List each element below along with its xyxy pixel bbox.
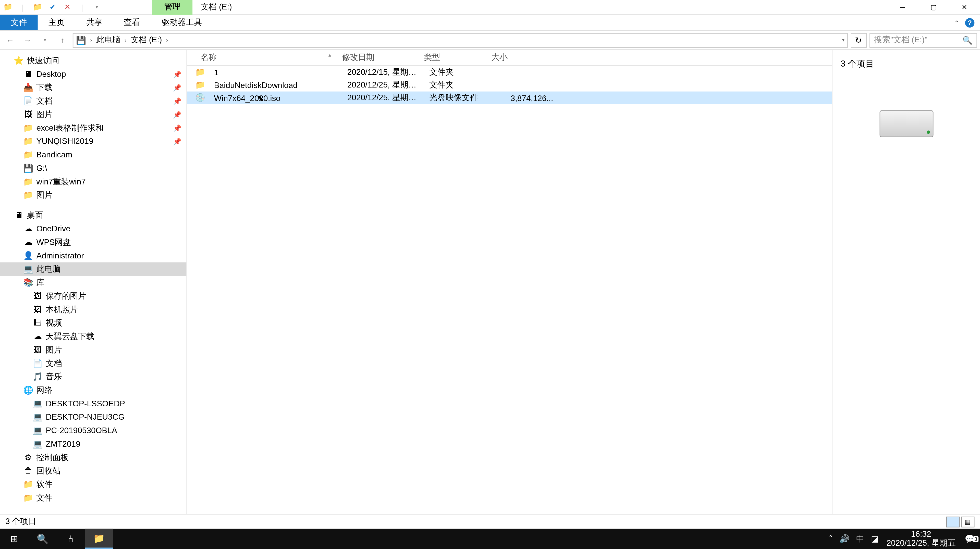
search-icon: 🔍 [963, 35, 973, 44]
tree-library-item[interactable]: 🖼图片 [0, 343, 186, 357]
chevron-right-icon[interactable]: › [88, 37, 95, 43]
file-row[interactable]: 💿Win7x64_2020.iso2020/12/25, 星期五 1...光盘映… [187, 92, 832, 104]
folder-icon[interactable]: 📁 [32, 2, 43, 13]
file-size: 3,874,126... [491, 93, 558, 103]
tree-network-item[interactable]: 💻DESKTOP-NJEU3CG [0, 410, 186, 424]
contextual-tab-management[interactable]: 管理 [152, 0, 192, 14]
address-dropdown-icon[interactable]: ▾ [842, 37, 845, 43]
column-type[interactable]: 类型 [418, 52, 486, 63]
tab-file[interactable]: 文件 [0, 15, 38, 30]
tree-recent-item[interactable]: 📁Bandicam [0, 148, 186, 162]
tab-drive-tools[interactable]: 驱动器工具 [151, 15, 213, 30]
tree-library-item[interactable]: 🎞视频 [0, 316, 186, 330]
qat-check-icon[interactable]: ✔ [47, 2, 58, 13]
tree-library-item[interactable]: 🖼保存的图片 [0, 289, 186, 303]
column-name[interactable]: 名称▴ [187, 52, 336, 63]
breadcrumb-drive[interactable]: 文档 (E:) [130, 34, 162, 46]
forward-button[interactable]: → [20, 33, 35, 48]
maximize-button[interactable]: ▢ [918, 0, 949, 14]
column-date[interactable]: 修改日期 [337, 52, 419, 63]
chevron-right-icon[interactable]: › [122, 37, 129, 43]
file-row[interactable]: 📁BaiduNetdiskDownload2020/12/25, 星期五 1..… [187, 79, 832, 92]
view-thumbnails-button[interactable]: ▦ [961, 516, 975, 527]
tree-pinned-item[interactable]: 📁YUNQISHI2019📌 [0, 135, 186, 148]
qat-dropdown-icon[interactable]: ▾ [92, 2, 102, 13]
search-button[interactable]: 🔍 [28, 529, 57, 549]
pin-icon: 📌 [173, 84, 181, 91]
tree-library-item[interactable]: 🖼本机照片 [0, 303, 186, 316]
breadcrumb[interactable]: 💾 › 此电脑 › 文档 (E:) › ▾ [73, 33, 848, 48]
tree-recent-item[interactable]: 💾G:\ [0, 162, 186, 175]
tree-desktop-item[interactable]: ☁OneDrive [0, 222, 186, 235]
search-input[interactable]: 搜索"文档 (E:)" 🔍 [870, 33, 977, 48]
volume-icon[interactable]: 🔊 [839, 534, 850, 544]
tree-desktop-item[interactable]: 📚库 [0, 276, 186, 289]
recent-locations-dropdown[interactable]: ▾ [38, 33, 52, 48]
refresh-button[interactable]: ↻ [851, 33, 867, 48]
tree-desktop-item[interactable]: 💻此电脑 [0, 262, 186, 276]
tree-control-panel[interactable]: ⚙控制面板 [0, 451, 186, 464]
tree-pinned-item[interactable]: 📁excel表格制作求和📌 [0, 121, 186, 135]
ime-indicator[interactable]: 中 [856, 533, 864, 545]
file-date: 2020/12/15, 星期二 1... [342, 67, 424, 78]
minimize-button[interactable]: ─ [887, 0, 918, 14]
ribbon-expand-icon[interactable]: ⌃ [954, 19, 959, 26]
tree-network-item[interactable]: 💻PC-20190530OBLA [0, 424, 186, 437]
task-view-button[interactable]: ⑃ [57, 529, 85, 549]
tree-library-item[interactable]: ☁天翼云盘下载 [0, 330, 186, 343]
tree-quick-access[interactable]: ⭐快速访问 [0, 54, 186, 67]
tree-desktop-item[interactable]: ☁WPS网盘 [0, 235, 186, 249]
view-details-button[interactable]: ≡ [946, 516, 960, 527]
file-list-header: 名称▴ 修改日期 类型 大小 [187, 50, 832, 66]
tree-network-item[interactable]: 💻ZMT2019 [0, 437, 186, 451]
tree-item-label: WPS网盘 [36, 237, 71, 248]
tree-item-label: 网络 [36, 384, 52, 396]
tree-item-label: 图片 [46, 344, 62, 356]
tree-item-label: 音乐 [46, 371, 62, 383]
tree-recycle-bin[interactable]: 🗑回收站 [0, 464, 186, 478]
navigation-tree[interactable]: ⭐快速访问🖥Desktop📌📥下载📌📄文档📌🖼图片📌📁excel表格制作求和📌📁… [0, 50, 187, 514]
tree-library-item[interactable]: 🎵音乐 [0, 370, 186, 383]
action-center-button[interactable]: 💬3 [959, 534, 980, 544]
tree-network-item[interactable]: 💻DESKTOP-LSSOEDP [0, 397, 186, 410]
tree-library-item[interactable]: 📄文档 [0, 357, 186, 370]
tree-recent-item[interactable]: 📁图片 [0, 188, 186, 202]
file-icon: 📁 [195, 67, 206, 78]
qat-close-icon[interactable]: ✕ [62, 2, 73, 13]
tree-software[interactable]: 📁软件 [0, 478, 186, 491]
tab-share[interactable]: 共享 [75, 15, 113, 30]
file-date: 2020/12/25, 星期五 1... [342, 92, 424, 103]
tree-pinned-item[interactable]: 📥下载📌 [0, 81, 186, 94]
taskbar-clock[interactable]: 16:32 2020/12/25, 星期五 [883, 530, 960, 548]
help-icon[interactable]: ? [965, 18, 974, 27]
tree-network[interactable]: 🌐网络 [0, 383, 186, 397]
tray-app-icon[interactable]: ◪ [871, 534, 878, 544]
tree-desktop-item[interactable]: 👤Administrator [0, 249, 186, 262]
start-button[interactable]: ⊞ [0, 529, 28, 549]
column-size[interactable]: 大小 [486, 52, 553, 63]
back-button[interactable]: ← [3, 33, 18, 48]
close-button[interactable]: ✕ [949, 0, 980, 14]
taskbar-file-explorer[interactable]: 📁 [85, 529, 113, 549]
chevron-right-icon[interactable]: › [163, 37, 171, 43]
breadcrumb-this-pc[interactable]: 此电脑 [96, 34, 121, 46]
tree-item-icon: 💻 [23, 264, 34, 275]
tree-desktop[interactable]: 🖥桌面 [0, 208, 186, 222]
file-icon: 💿 [195, 93, 206, 103]
up-button[interactable]: ↑ [55, 33, 70, 48]
tree-item-label: 此电脑 [36, 263, 60, 275]
tree-item-icon: ⭐ [14, 55, 24, 66]
tree-file-folder[interactable]: 📁文件 [0, 491, 186, 505]
qat-separator: | [77, 2, 88, 13]
tab-home[interactable]: 主页 [38, 15, 76, 30]
tray-expand-icon[interactable]: ˄ [829, 534, 833, 544]
system-tray[interactable]: ˄ 🔊 中 ◪ [824, 533, 883, 545]
tree-item-icon: 📄 [32, 358, 43, 368]
tree-recent-item[interactable]: 📁win7重装win7 [0, 175, 186, 189]
tab-view[interactable]: 查看 [113, 15, 151, 30]
tree-pinned-item[interactable]: 🖼图片📌 [0, 108, 186, 121]
file-row[interactable]: 📁12020/12/15, 星期二 1...文件夹 [187, 66, 832, 79]
tree-item-icon: 🖥 [14, 210, 24, 221]
tree-pinned-item[interactable]: 🖥Desktop📌 [0, 67, 186, 81]
tree-pinned-item[interactable]: 📄文档📌 [0, 94, 186, 108]
